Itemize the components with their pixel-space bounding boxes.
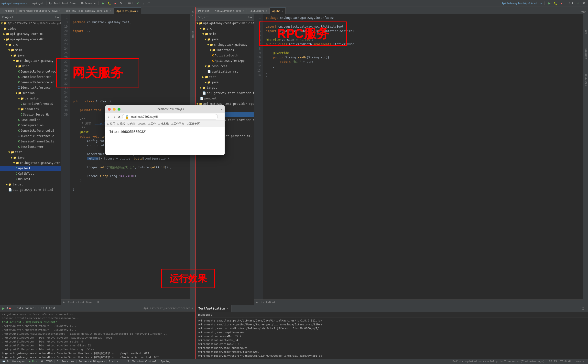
status-version-control[interactable]: 2: Version Control — [127, 360, 156, 363]
right-tree-pkg1[interactable]: ▼ 📁 cn.bugstack.gateway — [196, 42, 254, 47]
sidebar-minimize-btn[interactable]: — — [57, 16, 59, 19]
bm-zone[interactable]: □ 工作专区 — [187, 122, 200, 126]
right-tree-interfaces[interactable]: ▼ 📁 interfaces — [196, 47, 254, 53]
status-run[interactable]: ▶ Run — [29, 360, 37, 363]
status-messages[interactable]: 📨 8: Messages — [2, 360, 25, 363]
tree-core-02[interactable]: ▼ 📁 api-gateway-core-02 — [0, 37, 61, 42]
tab-reference-factory[interactable]: ReferenceProxyFactory.java × — [17, 8, 63, 14]
right-tree-activity-booth[interactable]: C ActivityBooth — [196, 53, 254, 58]
left-code-editor[interactable]: 1 3 — [61, 14, 190, 305]
tree-test-java[interactable]: ▼ 📁 java — [0, 155, 61, 160]
bm-info[interactable]: □ 信息 — [138, 122, 146, 126]
tree-core-01[interactable]: ▶ 📁 api-gateway-core-01 — [0, 31, 61, 37]
status-services[interactable]: 8: Services — [57, 360, 75, 363]
right-panel-min[interactable]: — — [585, 307, 588, 310]
tree-generic-ref-prc[interactable]: C GenericReferenceProc — [0, 69, 61, 74]
tree-cglib-test[interactable]: C CglibTest — [0, 171, 61, 176]
run-rerun-btn[interactable]: ↺ — [6, 307, 8, 310]
bm-shopping[interactable]: □ 购物 — [128, 122, 135, 126]
bm-work[interactable]: □ 工作 — [148, 122, 156, 126]
tree-test[interactable]: ▼ 📁 test — [0, 150, 61, 155]
tree-session[interactable]: ▼ 📁 session — [0, 90, 61, 96]
right-tree-api-test-app[interactable]: C ApiGatewayTestApp — [196, 58, 254, 64]
git-check[interactable]: ✓ — [136, 1, 140, 5]
bm-video[interactable]: □ 视频 — [118, 122, 125, 126]
tree-bind[interactable]: ▼ 📁 bind — [0, 64, 61, 69]
tree-root[interactable]: ▼ 📁 api-gateway-core ~/1024/KnowledgePla — [0, 21, 61, 26]
status-todo[interactable]: 6: TODO — [41, 360, 53, 363]
run-stop-btn[interactable]: ■ — [9, 307, 11, 310]
right-tree-resources[interactable]: ▼ 📁 resources — [196, 64, 254, 69]
right-tree-provider-inte[interactable]: ▼ 📁 api-gateway-test-provider-inte — [196, 21, 254, 26]
tree-session-server[interactable]: C SessionServer — [0, 144, 61, 150]
run-btn[interactable]: ▶ — [101, 1, 105, 5]
tree-session-server-ha[interactable]: C SessionServerHa — [0, 112, 61, 117]
right-tree-test1[interactable]: ▶ 📁 test — [196, 74, 254, 80]
right-debug-btn[interactable]: 🐛 — [553, 1, 558, 5]
tab-pom[interactable]: pom.xml (api-gateway-core-02) × — [63, 8, 114, 14]
right-tree-java1[interactable]: ▼ 📁 java — [196, 37, 254, 42]
debug-btn[interactable]: 🐛 — [106, 1, 112, 5]
right-tree-target1[interactable]: ▶ 📁 target — [196, 85, 254, 90]
browser-x-btn[interactable]: ✕ — [220, 107, 222, 111]
right-code-editor[interactable]: 1 2 3 4 5 6 7 8 9 10 11 12 13 14 — [254, 14, 583, 305]
tree-configuration[interactable]: C Configuration — [0, 123, 61, 128]
right-git-check[interactable]: ✓ — [576, 1, 581, 5]
tree-pkg[interactable]: ▼ 📁 cn.bugstack.gateway — [0, 58, 61, 64]
status-spring[interactable]: Spring — [161, 360, 171, 363]
tree-base-handler[interactable]: C BaseHandler — [0, 117, 61, 123]
build-btn[interactable]: ⚙ — [118, 1, 123, 5]
tree-handlers[interactable]: ▼ 📁 handlers — [0, 107, 61, 112]
right-tab-project[interactable]: Project — [196, 8, 212, 14]
right-tab-gitignore[interactable]: .gitignore × — [247, 8, 270, 14]
right-tree-pom1[interactable]: 📄 pom.xml — [196, 96, 254, 101]
browser-back-btn[interactable]: ← — [107, 115, 111, 119]
tree-src[interactable]: ▼ 📁 src — [0, 42, 61, 47]
right-tab-apiga[interactable]: ApiGa × — [270, 8, 286, 14]
browser-url-bar[interactable]: 🔒 localhost:7397/sayHi — [122, 114, 218, 119]
bm-platform[interactable]: □ 工作平台 — [171, 122, 184, 126]
browser-forward-btn[interactable]: → — [112, 115, 116, 119]
tree-igeneric-ref[interactable]: I IGenericReference — [0, 85, 61, 90]
right-stop-btn[interactable]: ■ — [559, 2, 564, 5]
git-pull[interactable]: ↺ — [146, 1, 151, 5]
tree-target[interactable]: ▶ 📁 target — [0, 182, 61, 187]
tree-generic-ref-p[interactable]: C GenericReferenceP — [0, 74, 61, 80]
right-run-btn[interactable]: ▶ — [547, 1, 552, 5]
tree-igeneric-ref-se[interactable]: I IGenericReferenceSe — [0, 133, 61, 139]
right-panel-settings[interactable]: ⚙ — [581, 307, 585, 310]
git-push[interactable]: ↑ — [141, 2, 145, 5]
status-sequence[interactable]: Sequence Diagram — [79, 360, 105, 363]
tree-apitest-file[interactable]: C ApiTest — [0, 166, 61, 171]
tree-main[interactable]: ▼ 📁 main — [0, 47, 61, 53]
tree-defaults[interactable]: ▼ 📁 defaults — [0, 96, 61, 101]
tree-iml[interactable]: 📄 api-gateway-core-02.iml — [0, 187, 61, 193]
tab-apitest[interactable]: ApiTest.java × — [114, 8, 142, 14]
run-close-btn[interactable]: × — [191, 307, 193, 310]
bm-apps[interactable]: □ 应用 — [107, 122, 115, 126]
right-sidebar-settings[interactable]: ⚙ — [248, 16, 250, 19]
right-tree-src1[interactable]: ▼ 📁 src — [196, 26, 254, 31]
right-tree-java2[interactable]: ▶ 📁 java — [196, 80, 254, 85]
tree-rpc-test[interactable]: C RPCTest — [0, 176, 61, 182]
right-settings[interactable]: ⚙ — [582, 1, 587, 5]
tree-session-channel[interactable]: C SessionChannelIniti — [0, 139, 61, 144]
status-statistic[interactable]: Statistic — [109, 360, 123, 363]
right-sidebar-min[interactable]: — — [250, 16, 252, 19]
right-tree-app-yml[interactable]: 📄 application.yml — [196, 69, 254, 74]
tree-java[interactable]: ▼ 📁 java — [0, 53, 61, 58]
stop-btn[interactable]: ■ — [113, 2, 117, 5]
sidebar-settings-btn[interactable]: ⚙ — [55, 16, 56, 19]
tree-generic-ref-ses[interactable]: C GenericReferenceSeS — [0, 128, 61, 133]
browser-minimize-btn[interactable] — [113, 108, 116, 111]
browser-new-tab-btn[interactable]: + — [219, 115, 223, 119]
tab-project[interactable]: Project — [0, 8, 17, 14]
run-play-btn[interactable]: ▶ — [2, 306, 5, 310]
tree-generic-ref-rec[interactable]: C GenericReferenceRec — [0, 80, 61, 85]
tree-generic-ref-sess[interactable]: C GenericReferenceS — [0, 101, 61, 107]
tree-idea[interactable]: 📁 .idea — [0, 26, 61, 31]
browser-reload-btn[interactable]: ↺ — [117, 115, 121, 119]
right-tree-main1[interactable]: ▼ 📁 main — [196, 31, 254, 37]
browser-maximize-btn[interactable] — [118, 108, 120, 111]
bm-tech[interactable]: □ 技术栈 — [158, 122, 169, 126]
